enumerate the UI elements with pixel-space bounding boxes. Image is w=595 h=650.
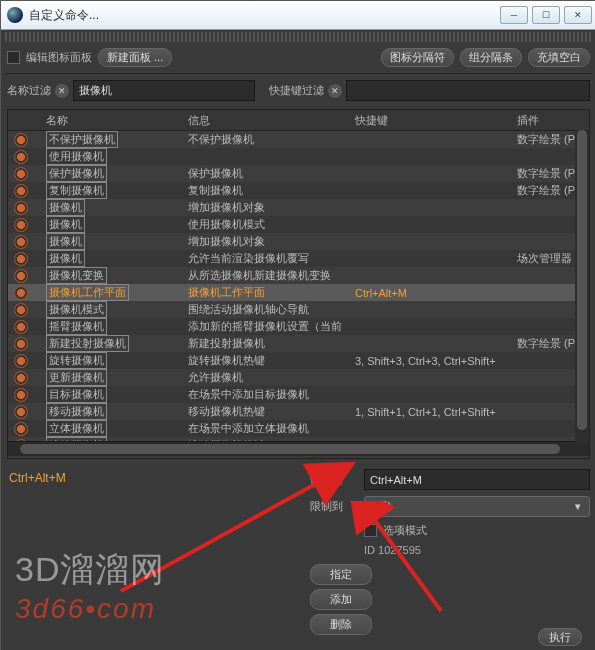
- shortcut-filter-input[interactable]: [346, 80, 590, 101]
- new-panel-button[interactable]: 新建面板 ...: [98, 48, 172, 67]
- row-name: 摄像机工作平面: [46, 284, 129, 301]
- table-row[interactable]: 新建投射摄像机新建投射摄像机数字绘景 (Projecti: [8, 335, 589, 352]
- table-row[interactable]: 复制摄像机复制摄像机数字绘景 (Projecti: [8, 182, 589, 199]
- command-icon: [14, 167, 28, 181]
- row-info: 添加新的摇臂摄像机设置（当前: [188, 320, 342, 332]
- row-name: 不保护摄像机: [46, 131, 118, 148]
- window-title: 自定义命令...: [29, 7, 500, 24]
- table-row[interactable]: 摄像机变换从所选摄像机新建摄像机变换: [8, 267, 589, 284]
- row-info: 保护摄像机: [188, 167, 243, 179]
- command-icon: [14, 252, 28, 266]
- row-name: 摄像机变换: [46, 267, 107, 284]
- row-info: 旋转摄像机热键: [188, 354, 265, 366]
- minimize-button[interactable]: ─: [500, 6, 528, 24]
- icon-separator-button[interactable]: 图标分隔符: [381, 48, 454, 67]
- id-label: ID: [364, 544, 375, 556]
- command-icon: [14, 133, 28, 147]
- table-row[interactable]: 摇臂摄像机添加新的摇臂摄像机设置（当前: [8, 318, 589, 335]
- command-icon: [14, 286, 28, 300]
- row-info: 在场景中添加立体摄像机: [188, 422, 309, 434]
- table-row[interactable]: 摄像机增加摄像机对象: [8, 233, 589, 250]
- command-icon: [14, 439, 28, 441]
- app-icon: [7, 7, 23, 23]
- assign-button[interactable]: 指定: [310, 564, 372, 585]
- table-row[interactable]: 摄像机工作平面摄像机工作平面Ctrl+Alt+M: [8, 284, 589, 301]
- close-button[interactable]: ✕: [564, 6, 592, 24]
- command-icon: [14, 354, 28, 368]
- command-icon: [14, 303, 28, 317]
- grip-bar[interactable]: [5, 32, 592, 42]
- row-name: 摄像机模式: [46, 301, 107, 318]
- limit-to-label: 限制到: [310, 499, 356, 514]
- command-icon: [14, 235, 28, 249]
- command-icon: [14, 184, 28, 198]
- col-name[interactable]: 名称: [40, 111, 182, 130]
- row-info: 缩放摄像机热键: [188, 439, 265, 441]
- shortcut-filter-label: 快捷键过滤: [269, 83, 324, 98]
- table-row[interactable]: 摄像机允许当前渲染摄像机覆写场次管理器: [8, 250, 589, 267]
- row-shortcut: 3, Shift+3, Ctrl+3, Ctrl+Shift+: [355, 355, 496, 367]
- fill-blank-button[interactable]: 充填空白: [528, 48, 590, 67]
- shortcut-input[interactable]: [364, 469, 590, 490]
- edit-icon-panel-label: 编辑图标面板: [26, 50, 92, 65]
- add-button[interactable]: 添加: [310, 589, 372, 610]
- vertical-scrollbar[interactable]: [575, 130, 589, 444]
- option-mode-checkbox[interactable]: [364, 524, 377, 537]
- row-name: 立体摄像机: [46, 420, 107, 437]
- row-name: 更新摄像机: [46, 369, 107, 386]
- command-icon: [14, 320, 28, 334]
- table-row[interactable]: 移动摄像机移动摄像机热键1, Shift+1, Ctrl+1, Ctrl+Shi…: [8, 403, 589, 420]
- row-info: 增加摄像机对象: [188, 235, 265, 247]
- command-icon: [14, 388, 28, 402]
- table-row[interactable]: 使用摄像机: [8, 148, 589, 165]
- row-info: 摄像机工作平面: [188, 286, 265, 298]
- row-name: 缩放摄像机: [46, 437, 107, 441]
- command-icon: [14, 337, 28, 351]
- table-row[interactable]: 摄像机使用摄像机模式: [8, 216, 589, 233]
- row-shortcut: 2, Shift+2, Ctrl+2, Ctrl+Shift+: [355, 440, 496, 442]
- table-row[interactable]: 目标摄像机在场景中添加目标摄像机: [8, 386, 589, 403]
- table-row[interactable]: 立体摄像机在场景中添加立体摄像机: [8, 420, 589, 437]
- table-row[interactable]: 摄像机增加摄像机对象: [8, 199, 589, 216]
- row-info: 允许当前渲染摄像机覆写: [188, 252, 309, 264]
- row-name: 旋转摄像机: [46, 352, 107, 369]
- table-row[interactable]: 缩放摄像机缩放摄像机热键2, Shift+2, Ctrl+2, Ctrl+Shi…: [8, 437, 589, 441]
- shortcut-filter-clear-icon[interactable]: ✕: [328, 84, 342, 98]
- col-info[interactable]: 信息: [182, 111, 349, 130]
- command-icon: [14, 269, 28, 283]
- name-filter-clear-icon[interactable]: ✕: [55, 84, 69, 98]
- table-row[interactable]: 摄像机模式围绕活动摄像机轴心导航: [8, 301, 589, 318]
- row-info: 复制摄像机: [188, 184, 243, 196]
- row-name: 摄像机: [46, 233, 85, 250]
- row-name: 摇臂摄像机: [46, 318, 107, 335]
- col-plugin[interactable]: 插件: [511, 111, 589, 130]
- execute-button[interactable]: 执行: [538, 628, 582, 646]
- name-filter-input[interactable]: [73, 80, 255, 101]
- row-name: 摄像机: [46, 250, 85, 267]
- row-name: 使用摄像机: [46, 148, 107, 165]
- row-name: 新建投射摄像机: [46, 335, 129, 352]
- delete-button[interactable]: 删除: [310, 614, 372, 635]
- row-info: 使用摄像机模式: [188, 218, 265, 230]
- row-name: 摄像机: [46, 216, 85, 233]
- table-row[interactable]: 旋转摄像机旋转摄像机热键3, Shift+3, Ctrl+3, Ctrl+Shi…: [8, 352, 589, 369]
- current-shortcut-display: Ctrl+Alt+M: [9, 471, 300, 485]
- maximize-button[interactable]: ☐: [532, 6, 560, 24]
- edit-icon-panel-checkbox[interactable]: [7, 51, 20, 64]
- row-shortcut: 1, Shift+1, Ctrl+1, Ctrl+Shift+: [355, 406, 496, 418]
- table-row[interactable]: 不保护摄像机不保护摄像机数字绘景 (Projecti: [8, 131, 589, 148]
- limit-to-dropdown[interactable]: (无)▾: [364, 496, 590, 517]
- option-mode-label: 选项模式: [383, 523, 427, 538]
- table-row[interactable]: 更新摄像机允许摄像机: [8, 369, 589, 386]
- command-icon: [14, 201, 28, 215]
- col-shortcut[interactable]: 快捷键: [349, 111, 511, 130]
- command-table: 名称 信息 快捷键 插件 不保护摄像机不保护摄像机数字绘景 (Projecti使…: [7, 109, 590, 459]
- group-separator-button[interactable]: 组分隔条: [460, 48, 522, 67]
- table-row[interactable]: 保护摄像机保护摄像机数字绘景 (Projecti: [8, 165, 589, 182]
- horizontal-scrollbar[interactable]: [8, 441, 589, 456]
- row-info: 从所选摄像机新建摄像机变换: [188, 269, 331, 281]
- row-shortcut: Ctrl+Alt+M: [355, 287, 407, 299]
- command-icon: [14, 422, 28, 436]
- row-info: 在场景中添加目标摄像机: [188, 388, 309, 400]
- chevron-down-icon: ▾: [575, 500, 581, 513]
